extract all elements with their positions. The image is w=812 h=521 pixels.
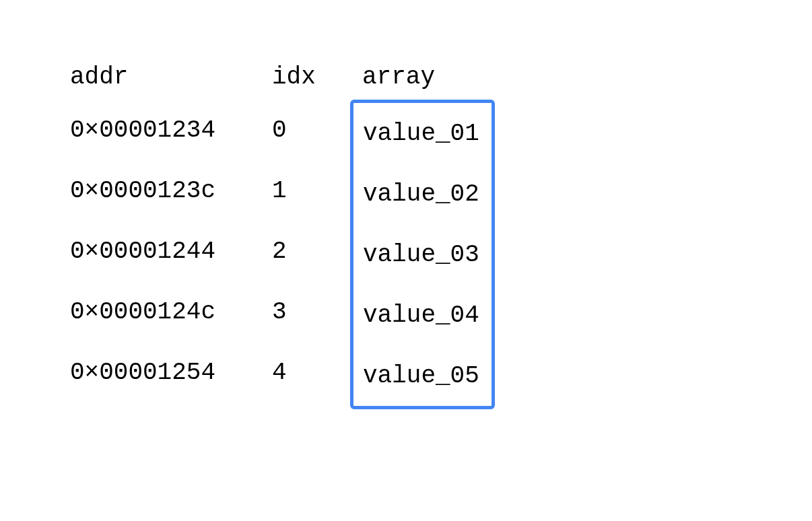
address-header: addr [67, 54, 269, 100]
address-cell: 0×00001254 [67, 342, 269, 403]
index-column: idx 0 1 2 3 4 [269, 54, 350, 403]
memory-array-diagram: addr 0×00001234 0×0000123c 0×00001244 0×… [67, 54, 745, 409]
index-cell: 0 [269, 100, 350, 160]
array-box: value_01 value_02 value_03 value_04 valu… [350, 100, 495, 409]
array-value-cell: value_05 [353, 345, 492, 406]
address-cell: 0×00001244 [67, 221, 269, 281]
address-cell: 0×0000124c [67, 281, 269, 342]
array-header: array [350, 54, 495, 100]
index-cell: 3 [269, 281, 350, 342]
array-value-cell: value_03 [353, 224, 492, 285]
array-value-cell: value_04 [353, 285, 492, 345]
index-header: idx [269, 54, 350, 100]
index-cell: 2 [269, 221, 350, 281]
index-cell: 4 [269, 342, 350, 403]
array-column: array value_01 value_02 value_03 value_0… [350, 54, 495, 409]
address-column: addr 0×00001234 0×0000123c 0×00001244 0×… [67, 54, 269, 403]
address-cell: 0×0000123c [67, 160, 269, 221]
address-cell: 0×00001234 [67, 100, 269, 160]
array-value-cell: value_01 [353, 103, 492, 164]
index-cell: 1 [269, 160, 350, 221]
array-value-cell: value_02 [353, 164, 492, 224]
